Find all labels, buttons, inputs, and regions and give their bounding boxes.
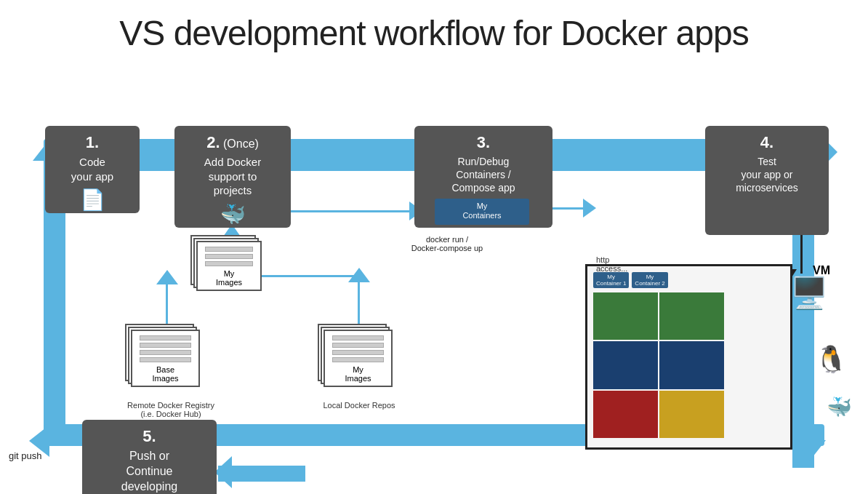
step5-number: 5. xyxy=(88,427,211,446)
docker-whale-vm-icon: 🐳 xyxy=(827,395,852,419)
my-containers-label: My Containers xyxy=(462,202,501,220)
arrow-base-to-myimages-head xyxy=(156,270,178,284)
arrow-containers-to-vm-head xyxy=(583,199,596,218)
remote-registry-label: Remote Docker Registry (i.e. Docker Hub) xyxy=(127,401,214,418)
git-push-label: git push xyxy=(9,450,42,461)
step4-label: Test your app or microservices xyxy=(711,155,823,195)
arrow-local-up xyxy=(358,279,360,330)
step2-header: 2. (Once) xyxy=(180,133,285,152)
docker-icon: 🐳 xyxy=(180,202,285,226)
step5-box: 5. Push or Continue developing xyxy=(82,420,217,494)
vm-container-grid xyxy=(593,292,724,438)
container-yellow xyxy=(659,391,724,438)
local-repos-label: Local Docker Repos xyxy=(323,401,395,410)
main-title: VS development workflow for Docker apps xyxy=(0,0,868,60)
my-images-local-label: My Images xyxy=(331,365,385,383)
step2-label: Add Docker support to projects xyxy=(180,155,285,198)
my-images-label-top: My Images xyxy=(204,269,254,287)
flow-arrow-right-down-head xyxy=(794,440,826,461)
document-icon: 📄 xyxy=(51,188,134,212)
step5-label: Push or Continue developing xyxy=(88,449,211,494)
vm-monitor-icon: 🖥️ xyxy=(790,275,828,311)
my-container2-badge: My Container 2 xyxy=(632,272,667,288)
base-images-area: Base Images xyxy=(131,330,200,387)
step2-number: 2. xyxy=(206,133,220,151)
base-images-label: Base Images xyxy=(138,365,193,383)
container-blue-2 xyxy=(659,341,724,389)
container-blue-1 xyxy=(593,341,658,389)
arrow-local-up-head xyxy=(348,268,370,282)
arrow-local-to-box2 xyxy=(254,275,360,277)
vm-box: My Container 1 My Container 2 xyxy=(585,264,792,450)
docker-run-label: docker run / Docker-compose up xyxy=(403,235,491,252)
step1-number: 1. xyxy=(51,133,134,152)
step3-number: 3. xyxy=(420,133,547,152)
step4-number: 4. xyxy=(711,133,823,152)
arrow-myimages-to-box3 xyxy=(269,210,414,212)
step4-box: 4. Test your app or microservices xyxy=(705,126,829,235)
linux-penguin-icon: 🐧 xyxy=(815,344,848,375)
vm-header-row: My Container 1 My Container 2 xyxy=(593,272,668,288)
step3-label: Run/Debug Containers / Compose app xyxy=(420,155,547,195)
my-containers-box: My Containers xyxy=(435,199,529,225)
arrow-base-to-myimages xyxy=(166,279,168,330)
my-container1-badge: My Container 1 xyxy=(593,272,629,288)
step1-box: 1. Code your app 📄 xyxy=(45,126,140,213)
container-green-2 xyxy=(659,292,724,340)
arrow-vm-down xyxy=(800,231,803,274)
container-red xyxy=(593,391,658,438)
step2-box: 2. (Once) Add Docker support to projects… xyxy=(174,126,291,228)
my-images-box2-area: My Images xyxy=(196,241,262,291)
container-green-1 xyxy=(593,292,658,340)
step2-qualifier: (Once) xyxy=(223,138,259,150)
http-access-label: http access... xyxy=(596,255,627,273)
arrow-to-step5-head xyxy=(214,456,232,488)
step1-label: Code your app xyxy=(51,155,134,183)
my-images-local-area: My Images xyxy=(324,330,393,387)
